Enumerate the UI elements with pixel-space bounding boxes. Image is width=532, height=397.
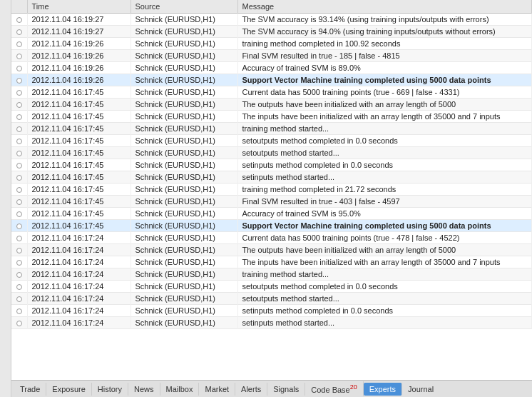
row-message: setoutputs method started... [237,293,532,305]
row-time: 2012.11.04 16:17:45 [27,111,131,123]
row-time: 2012.11.04 16:17:45 [27,123,131,135]
table-row: 2012.11.04 16:17:24Schnick (EURUSD,H1)se… [11,305,532,317]
row-icon-cell [11,281,27,293]
row-message: setoutputs method completed in 0.0 secon… [237,281,532,293]
row-message: The inputs have been initialized with an… [237,111,532,123]
circle-icon [16,29,22,35]
row-source: Schnick (EURUSD,H1) [131,26,237,38]
row-icon-cell [11,196,27,208]
circle-icon [16,102,22,108]
row-time: 2012.11.04 16:19:26 [27,74,131,86]
table-header-row: Time Source Message [11,0,532,14]
tab-badge: 20 [350,383,357,391]
tab-code-base[interactable]: Code Base20 [305,381,363,396]
row-icon-cell [11,135,27,147]
table-row: 2012.11.04 16:17:45Schnick (EURUSD,H1)se… [11,135,532,147]
row-message: Final SVM resulted in true - 403 | false… [237,196,532,208]
row-icon-cell [11,159,27,171]
row-message: Current data has 5000 training points (t… [237,232,532,244]
row-icon-cell [11,74,27,86]
row-message: Accuracy of trained SVM is 95.0% [237,208,532,220]
tab-news[interactable]: News [128,383,160,396]
tab-mailbox[interactable]: Mailbox [160,383,200,396]
circle-icon [16,66,22,71]
table-row: 2012.11.04 16:17:45Schnick (EURUSD,H1)Th… [11,111,532,123]
row-time: 2012.11.04 16:17:24 [27,232,131,244]
log-table: Time Source Message 2012.11.04 16:19:27S… [11,0,532,329]
row-time: 2012.11.04 16:17:45 [27,135,131,147]
table-row: 2012.11.04 16:19:26Schnick (EURUSD,H1)Ac… [11,62,532,74]
circle-icon [16,284,22,290]
table-row: 2012.11.04 16:17:24Schnick (EURUSD,H1)tr… [11,268,532,281]
circle-icon [16,223,22,229]
row-source: Schnick (EURUSD,H1) [131,232,237,244]
row-time: 2012.11.04 16:17:45 [27,171,131,184]
circle-icon [16,41,22,47]
tab-alerts[interactable]: Alerts [235,383,267,396]
row-time: 2012.11.04 16:17:24 [27,317,131,329]
row-message: setoutputs method started... [237,147,532,159]
row-message: setinputs method started... [237,317,532,329]
table-row: 2012.11.04 16:19:27Schnick (EURUSD,H1)Th… [11,26,532,38]
row-icon-cell [11,38,27,50]
tab-market[interactable]: Market [199,383,235,396]
row-icon-cell [11,244,27,256]
main-container: Time Source Message 2012.11.04 16:19:27S… [0,0,532,397]
circle-icon [16,236,22,241]
row-message: The inputs have been initialized with an… [237,256,532,268]
row-message: setinputs method completed in 0.0 second… [237,159,532,171]
table-row: 2012.11.04 16:17:45Schnick (EURUSD,H1)Fi… [11,196,532,208]
row-time: 2012.11.04 16:17:24 [27,268,131,281]
tab-bar: TradeExposureHistoryNewsMailboxMarketAle… [11,380,532,397]
table-row: 2012.11.04 16:17:45Schnick (EURUSD,H1)Cu… [11,86,532,99]
row-icon-cell [11,26,27,38]
row-source: Schnick (EURUSD,H1) [131,268,237,281]
log-table-container[interactable]: Time Source Message 2012.11.04 16:19:27S… [11,0,532,380]
row-source: Schnick (EURUSD,H1) [131,244,237,256]
row-icon-cell [11,220,27,232]
tab-journal[interactable]: Journal [402,383,439,396]
table-row: 2012.11.04 16:17:45Schnick (EURUSD,H1)se… [11,171,532,184]
row-icon-cell [11,184,27,196]
row-icon-cell [11,208,27,220]
circle-icon [16,187,22,193]
row-icon-cell [11,99,27,111]
circle-icon [16,139,22,144]
circle-icon [16,175,22,181]
row-time: 2012.11.04 16:17:24 [27,293,131,305]
circle-icon [16,54,22,59]
row-message: setoutputs method completed in 0.0 secon… [237,135,532,147]
row-time: 2012.11.04 16:17:45 [27,208,131,220]
row-source: Schnick (EURUSD,H1) [131,317,237,329]
table-row: 2012.11.04 16:17:45Schnick (EURUSD,H1)Th… [11,99,532,111]
row-source: Schnick (EURUSD,H1) [131,86,237,99]
row-source: Schnick (EURUSD,H1) [131,159,237,171]
circle-icon [16,163,22,169]
row-source: Schnick (EURUSD,H1) [131,111,237,123]
tab-signals[interactable]: Signals [267,383,305,396]
table-row: 2012.11.04 16:17:45Schnick (EURUSD,H1)Su… [11,220,532,232]
row-source: Schnick (EURUSD,H1) [131,62,237,74]
row-source: Schnick (EURUSD,H1) [131,74,237,86]
table-row: 2012.11.04 16:17:24Schnick (EURUSD,H1)se… [11,293,532,305]
circle-icon [16,199,22,205]
tab-exposure[interactable]: Exposure [46,383,91,396]
row-source: Schnick (EURUSD,H1) [131,184,237,196]
tab-experts[interactable]: Experts [364,383,402,396]
row-message: Current data has 5000 training points (t… [237,86,532,99]
tab-history[interactable]: History [92,383,128,396]
tab-trade[interactable]: Trade [14,383,46,396]
row-message: The SVM accuracy is 94.0% (using trainin… [237,26,532,38]
content-area: Time Source Message 2012.11.04 16:19:27S… [11,0,532,397]
row-time: 2012.11.04 16:19:26 [27,50,131,62]
row-message: The SVM accuracy is 93.14% (using traini… [237,14,532,26]
row-source: Schnick (EURUSD,H1) [131,14,237,26]
row-message: setinputs method completed in 0.0 second… [237,305,532,317]
row-time: 2012.11.04 16:17:45 [27,99,131,111]
row-message: Accuracy of trained SVM is 89.0% [237,62,532,74]
table-row: 2012.11.04 16:17:24Schnick (EURUSD,H1)se… [11,317,532,329]
row-source: Schnick (EURUSD,H1) [131,38,237,50]
table-row: 2012.11.04 16:19:27Schnick (EURUSD,H1)Th… [11,14,532,26]
table-row: 2012.11.04 16:17:45Schnick (EURUSD,H1)tr… [11,123,532,135]
row-source: Schnick (EURUSD,H1) [131,220,237,232]
